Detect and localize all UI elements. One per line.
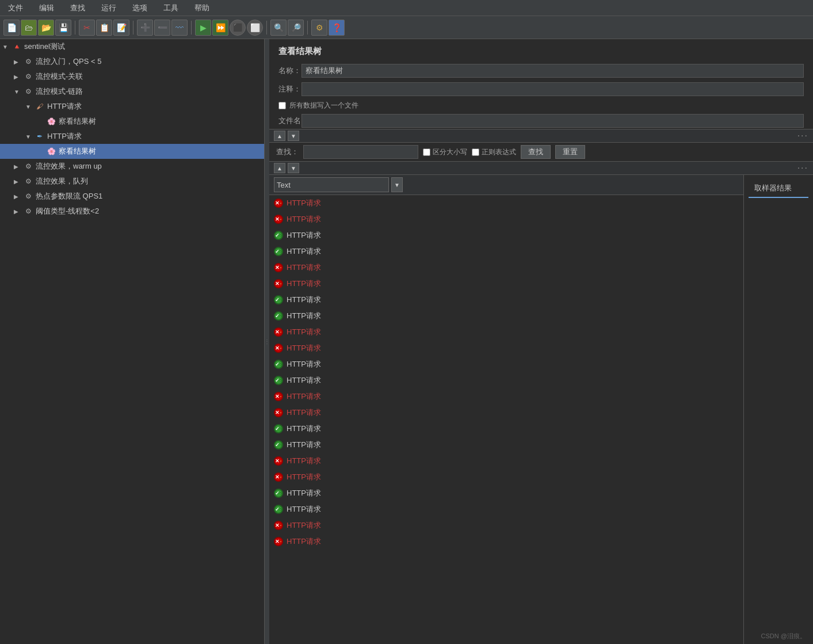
result-item[interactable]: ✓ HTTP请求 — [269, 227, 743, 243]
menu-run[interactable]: 运行 — [98, 2, 120, 14]
menu-help[interactable]: 帮助 — [191, 2, 213, 14]
result-item[interactable]: ✓ HTTP请求 — [269, 243, 743, 260]
menu-tools[interactable]: 工具 — [160, 2, 182, 14]
toolbar-cut[interactable]: ✂ — [79, 20, 95, 36]
search-input[interactable] — [303, 145, 418, 159]
regex-label: 正则表达式 — [482, 147, 516, 157]
result-item[interactable]: ✕ HTTP请求 — [269, 276, 743, 292]
node7-icon: ⚙ — [23, 206, 33, 216]
tree-root[interactable]: ▼ 🔺 sentinel测试 — [0, 39, 264, 54]
node3-1-label: HTTP请求 — [47, 101, 82, 112]
tree-node-5[interactable]: ▶ ⚙ 流控效果，队列 — [0, 174, 264, 189]
dropdown-arrow[interactable]: ▼ — [391, 177, 403, 192]
toolbar-wave[interactable]: 〰 — [171, 20, 188, 36]
toolbar-help[interactable]: ❓ — [329, 20, 345, 36]
result-item[interactable]: ✓ HTTP请求 — [269, 437, 743, 453]
toolbar-stop2[interactable]: ⬜ — [247, 20, 263, 36]
toolbar-stop[interactable]: ⬛ — [230, 20, 246, 36]
tree-node-3[interactable]: ▼ ⚙ 流控模式-链路 — [0, 84, 264, 99]
result-item[interactable]: ✕ HTTP请求 — [269, 340, 743, 356]
result-item[interactable]: ✕ HTTP请求 — [269, 534, 743, 550]
result-item[interactable]: ✓ HTTP请求 — [269, 485, 743, 501]
result-item[interactable]: ✓ HTTP请求 — [269, 421, 743, 437]
node5-arrow: ▶ — [14, 178, 23, 185]
result-text: HTTP请求 — [287, 230, 321, 241]
result-item[interactable]: ✕ HTTP请求 — [269, 195, 743, 211]
result-item[interactable]: ✓ HTTP请求 — [269, 501, 743, 517]
result-item[interactable]: ✕ HTTP请求 — [269, 517, 743, 534]
node1-icon: ⚙ — [23, 56, 33, 67]
result-item[interactable]: ✓ HTTP请求 — [269, 356, 743, 372]
result-item[interactable]: ✕ HTTP请求 — [269, 211, 743, 227]
tree-node-3-2[interactable]: ▼ ✒ HTTP请求 — [0, 129, 264, 144]
result-item[interactable]: ✕ HTTP请求 — [269, 260, 743, 276]
menu-find[interactable]: 查找 — [67, 2, 89, 14]
root-icon: 🔺 — [12, 41, 22, 52]
node7-label: 阈值类型-线程数<2 — [36, 206, 99, 216]
toolbar-new[interactable]: 📄 — [3, 20, 20, 36]
result-item[interactable]: ✕ HTTP请求 — [269, 388, 743, 405]
toolbar-remove[interactable]: ➖ — [154, 20, 170, 36]
tree-node-3-2-1[interactable]: ▶ 🌸 察看结果树 — [0, 144, 264, 159]
regex-group: 正则表达式 — [472, 147, 516, 157]
mini-up-btn-2[interactable]: ▲ — [274, 163, 285, 173]
regex-checkbox[interactable] — [472, 148, 479, 156]
tree-node-7[interactable]: ▶ ⚙ 阈值类型-线程数<2 — [0, 204, 264, 219]
success-icon: ✓ — [274, 360, 283, 369]
menu-edit[interactable]: 编辑 — [36, 2, 58, 14]
toolbar-sep3 — [191, 21, 192, 35]
right-panel: 查看结果树 名称： 注释： 所有数据写入一个文件 文件名 ▲ ▼ ··· — [269, 39, 813, 644]
tree-node-4[interactable]: ▶ ⚙ 流控效果，warm up — [0, 159, 264, 174]
node4-label: 流控效果，warm up — [36, 161, 102, 172]
file-name-input[interactable] — [301, 114, 804, 128]
note-input[interactable] — [301, 82, 804, 96]
file-all-checkbox[interactable] — [278, 102, 286, 109]
toolbar-settings[interactable]: ⚙ — [311, 20, 327, 36]
sampler-tab[interactable]: 取样器结果 — [749, 180, 808, 198]
tree-node-3-1-1[interactable]: ▶ 🌸 察看结果树 — [0, 114, 264, 129]
node3-2-1-icon: 🌸 — [46, 146, 56, 157]
results-scroll: ✕ HTTP请求 ✕ HTTP请求 ✓ — [269, 195, 743, 550]
toolbar-copy[interactable]: 📋 — [96, 20, 112, 36]
mini-toolbar-2: ▲ ▼ ··· — [269, 161, 813, 175]
result-text: HTTP请求 — [287, 295, 321, 305]
toolbar-open[interactable]: 🗁 — [21, 20, 37, 36]
result-item[interactable]: ✓ HTTP请求 — [269, 372, 743, 388]
mini-toolbar-dots-1: ··· — [797, 131, 808, 141]
menu-options[interactable]: 选项 — [129, 2, 151, 14]
name-input[interactable] — [301, 64, 804, 78]
mini-down-btn-1[interactable]: ▼ — [288, 131, 299, 141]
tree-node-2[interactable]: ▶ ⚙ 流控模式-关联 — [0, 69, 264, 84]
svg-text:✕: ✕ — [280, 396, 281, 397]
result-item[interactable]: ✓ HTTP请求 — [269, 308, 743, 324]
toolbar-save[interactable]: 💾 — [55, 20, 71, 36]
result-item[interactable]: ✕ HTTP请求 — [269, 453, 743, 469]
divider-handle[interactable]: ⋮ — [265, 39, 269, 644]
find-button[interactable]: 查找 — [521, 145, 551, 159]
svg-text:✓: ✓ — [280, 364, 281, 365]
reset-button[interactable]: 重置 — [555, 145, 585, 159]
mini-up-btn-1[interactable]: ▲ — [274, 131, 285, 141]
svg-text:✕: ✕ — [280, 267, 281, 268]
result-text: HTTP请求 — [287, 472, 321, 482]
tree-node-1[interactable]: ▶ ⚙ 流控入门，QPS < 5 — [0, 54, 264, 69]
toolbar-folder[interactable]: 📂 — [38, 20, 54, 36]
node6-icon: ⚙ — [23, 191, 33, 201]
result-item[interactable]: ✓ HTTP请求 — [269, 292, 743, 308]
toolbar-paste[interactable]: 📝 — [113, 20, 129, 36]
result-item[interactable]: ✕ HTTP请求 — [269, 405, 743, 421]
toolbar-run-no-pause[interactable]: ⏩ — [212, 20, 228, 36]
type-select[interactable]: Text RegExp CSS Selector — [274, 177, 389, 192]
toolbar-run[interactable]: ▶ — [195, 20, 211, 36]
menu-file[interactable]: 文件 — [5, 2, 26, 14]
case-sensitive-checkbox[interactable] — [423, 148, 430, 156]
mini-down-btn-2[interactable]: ▼ — [288, 163, 299, 173]
node2-arrow: ▶ — [14, 74, 23, 80]
tree-node-3-1[interactable]: ▼ 🖌 HTTP请求 — [0, 99, 264, 114]
toolbar-inspect2[interactable]: 🔎 — [288, 20, 304, 36]
toolbar-inspect1[interactable]: 🔍 — [270, 20, 287, 36]
result-item[interactable]: ✕ HTTP请求 — [269, 324, 743, 340]
result-item[interactable]: ✕ HTTP请求 — [269, 469, 743, 485]
toolbar-add[interactable]: ➕ — [137, 20, 153, 36]
tree-node-6[interactable]: ▶ ⚙ 热点参数限流 QPS1 — [0, 189, 264, 204]
